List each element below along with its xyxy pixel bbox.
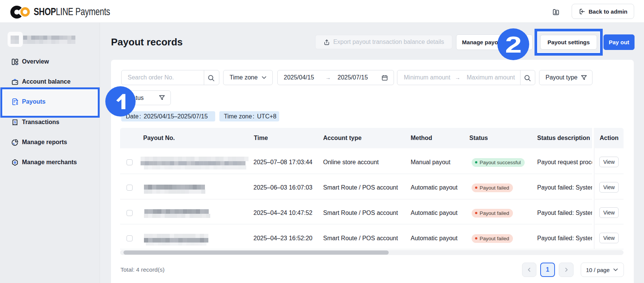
- svg-text:$: $: [14, 120, 16, 124]
